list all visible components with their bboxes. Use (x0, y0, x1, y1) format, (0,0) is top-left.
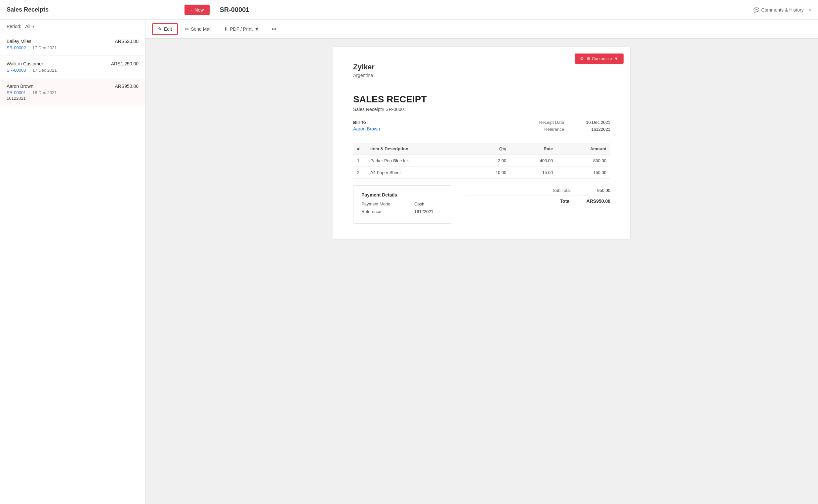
items-table: # Item & Description Qty Rate Amount 1 P… (353, 143, 610, 179)
bill-to-label: Bill To (353, 120, 380, 125)
receipt-meta: Receipt Date 16 Dec 2021 Reference 16122… (539, 120, 610, 134)
receipt-date: 16 Dec 2021 (32, 90, 57, 95)
receipt-title: SALES RECEIPT (353, 94, 610, 105)
receipt-amount: ARS520.00 (115, 39, 138, 44)
grand-total-row: Total ARS950.00 (465, 196, 610, 206)
more-icon: ••• (272, 26, 277, 32)
totals-section: Sub Total 950.00 Total ARS950.00 (465, 185, 610, 206)
reference-row: Reference 16122021 (539, 127, 610, 132)
payment-mode-row: Payment Mode Cash (361, 201, 444, 206)
table-row: 1 Parker Pen-Blue Ink 2.00 400.00 800.00 (353, 155, 610, 167)
item-num: 1 (353, 155, 366, 167)
item-rate: 400.00 (510, 155, 557, 167)
item-amount: 150.00 (557, 167, 610, 179)
bill-to-section: Bill To Aaron Brown (353, 120, 380, 134)
col-description: Item & Description (366, 143, 469, 155)
receipt-ref[interactable]: SR-00003 (7, 68, 26, 73)
receipt-date-label: Receipt Date (539, 120, 564, 125)
content-area: ✎ Edit ✉ Send Mail ⬇ PDF / Print ▼ ••• ⚙ (145, 20, 818, 504)
payment-title: Payment Details (361, 192, 444, 198)
item-qty: 2.00 (469, 155, 510, 167)
gear-icon: ⚙ (580, 56, 584, 61)
period-dropdown-arrow: ▼ (32, 25, 35, 28)
edit-button[interactable]: ✎ Edit (152, 23, 178, 35)
customer-name: Bailey Miles (7, 39, 31, 44)
receipts-list: Bailey Miles ARS520.00 SR-00002 | 17 Dec… (0, 33, 145, 504)
sidebar: Period: All ▼ Bailey Miles ARS520.00 SR-… (0, 20, 145, 504)
total-value: ARS950.00 (577, 198, 610, 204)
edit-icon: ✎ (158, 26, 162, 32)
bottom-section: Payment Details Payment Mode Cash Refere… (353, 185, 610, 224)
new-button[interactable]: + New (184, 5, 210, 15)
item-description: Parker Pen-Blue Ink (366, 155, 469, 167)
receipt-number-label: Sales Receipt# (353, 107, 384, 112)
reference-value: 16122021 (571, 127, 610, 132)
item-num: 2 (353, 167, 366, 179)
app-title: Sales Receipts (7, 6, 184, 13)
item-amount: 800.00 (557, 155, 610, 167)
company-country: Argentina (353, 73, 610, 78)
period-value: All (25, 24, 30, 29)
company-name: Zylker (353, 63, 610, 71)
sub-total-row: Sub Total 950.00 (465, 185, 610, 196)
payment-details-box: Payment Details Payment Mode Cash Refere… (353, 185, 452, 224)
payment-ref-row: Reference 16122021 (361, 209, 444, 214)
receipt-amount: ARS950.00 (115, 84, 138, 89)
list-item-active[interactable]: Aaron Brown ARS950.00 SR-00001 | 16 Dec … (0, 78, 145, 106)
receipt-date: 17 Dec 2021 (32, 45, 57, 50)
payment-ref-label: Reference (361, 209, 394, 214)
document-id: SR-00001 (210, 6, 754, 14)
receipt-date: 17 Dec 2021 (32, 68, 57, 73)
pdf-print-button[interactable]: ⬇ PDF / Print ▼ (218, 23, 265, 35)
list-item[interactable]: Walk-in Customer ARS1,250.00 SR-00003 | … (0, 56, 145, 78)
col-rate: Rate (510, 143, 557, 155)
toolbar: ✎ Edit ✉ Send Mail ⬇ PDF / Print ▼ ••• (145, 20, 818, 39)
col-amount: Amount (557, 143, 610, 155)
close-icon[interactable]: × (808, 7, 811, 13)
sub-total-value: 950.00 (577, 188, 610, 193)
col-qty: Qty (469, 143, 510, 155)
separator: | (29, 68, 30, 73)
comments-history-link[interactable]: 💬 Comments & History × (754, 7, 811, 13)
receipt-ref[interactable]: SR-00002 (7, 45, 26, 50)
item-qty: 10.00 (469, 167, 510, 179)
customize-arrow-icon: ▼ (614, 56, 618, 61)
separator: | (29, 90, 30, 95)
customer-name: Aaron Brown (7, 84, 33, 89)
receipt-amount: ARS1,250.00 (111, 61, 138, 66)
payment-mode-value: Cash (414, 201, 424, 206)
item-rate: 15.00 (510, 167, 557, 179)
receipt-ref[interactable]: SR-00001 (7, 90, 26, 95)
customer-name: Walk-in Customer (7, 61, 43, 66)
main-layout: Period: All ▼ Bailey Miles ARS520.00 SR-… (0, 20, 818, 504)
send-mail-button[interactable]: ✉ Send Mail (179, 23, 217, 35)
comment-icon: 💬 (754, 7, 759, 13)
period-filter[interactable]: Period: All ▼ (0, 20, 145, 33)
mail-icon: ✉ (185, 26, 189, 32)
separator: | (29, 45, 30, 50)
bill-section: Bill To Aaron Brown Receipt Date 16 Dec … (353, 120, 610, 134)
top-header: Sales Receipts + New SR-00001 💬 Comments… (0, 0, 818, 20)
more-options-button[interactable]: ••• (266, 23, 282, 35)
table-row: 2 A4 Paper Sheet 10.00 15.00 150.00 (353, 167, 610, 179)
list-item[interactable]: Bailey Miles ARS520.00 SR-00002 | 17 Dec… (0, 33, 145, 56)
total-label: Total (538, 198, 571, 204)
receipt-number: Sales Receipt# SR-00001 (353, 107, 610, 112)
section-divider (353, 86, 610, 86)
reference-label: Reference (544, 127, 564, 132)
bill-to-value[interactable]: Aaron Brown (353, 126, 380, 131)
receipt-reference: 16122021 (7, 96, 138, 101)
receipt-date-value: 16 Dec 2021 (571, 120, 610, 125)
document-paper: ⚙ ⚙ Customize ▼ Zylker Argentina SALES R… (333, 47, 631, 240)
receipt-number-value: SR-00001 (386, 107, 406, 112)
payment-ref-value: 16122021 (414, 209, 433, 214)
col-num: # (353, 143, 366, 155)
receipt-date-row: Receipt Date 16 Dec 2021 (539, 120, 610, 125)
dropdown-arrow-icon: ▼ (255, 26, 259, 32)
sub-total-label: Sub Total (538, 188, 571, 193)
customize-button[interactable]: ⚙ ⚙ Customize ▼ (575, 54, 624, 64)
document-scroll: ⚙ ⚙ Customize ▼ Zylker Argentina SALES R… (145, 39, 818, 504)
comments-label: Comments & History (761, 7, 803, 13)
pdf-icon: ⬇ (224, 26, 228, 32)
period-prefix: Period: (7, 24, 21, 29)
